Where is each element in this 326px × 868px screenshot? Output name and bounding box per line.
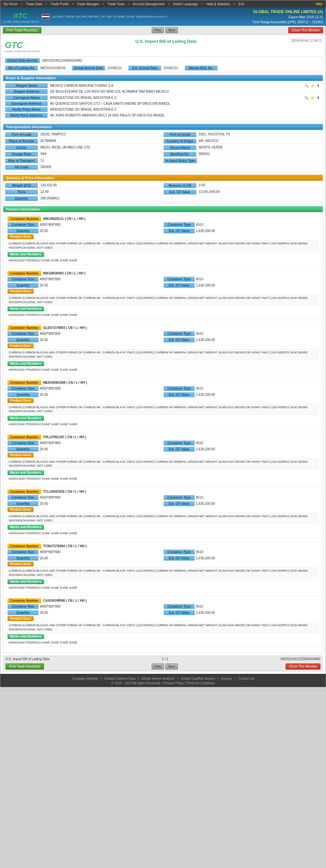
shipper-address-label: Shipper Address: [5, 89, 47, 94]
container-number-value-6: TCNU7278494 ( CN / L / HH ): [43, 544, 87, 548]
container-type-row-4: Container Type 4510: [164, 440, 319, 445]
product-desc-label-7: Product Desc: [7, 616, 34, 621]
marks-label-7: Marks and Numbers: [7, 634, 44, 639]
close-button-bottom[interactable]: Close This Window: [286, 663, 321, 670]
container-size-row-7: Container Size 4000*900*800: [7, 604, 162, 609]
consignee-up-icon[interactable]: ⬆: [316, 95, 321, 100]
container-number-row-0: Container Number INKU9529111 ( CN / L / …: [7, 216, 319, 221]
container-qty-label-7: Quantity: [7, 610, 38, 615]
search-icon[interactable]: 🔍: [304, 83, 309, 88]
consignee-star-icon[interactable]: ⭐: [310, 95, 315, 100]
footer-terms[interactable]: Terms & Conditions: [187, 681, 215, 685]
marks-label-5: Marks and Numbers: [7, 525, 44, 530]
prev-button-top[interactable]: Prev: [152, 27, 164, 33]
print-button-top[interactable]: Print Trade Record(s): [3, 27, 41, 33]
close-button-top[interactable]: Close This Window: [288, 27, 323, 33]
doc-date-value: 2019-04-04 11:34:21: [291, 39, 322, 42]
container-estcf-value-6: 1,630,200.00: [196, 556, 215, 560]
container-qty-row-2: Quantity 20.00: [7, 337, 162, 342]
carrier-value: MEDU: BICBL UB-MED LINE LTD.: [39, 145, 162, 150]
container-qty-label-4: Quantity: [7, 447, 38, 452]
container-type-row-2: Container Type 4510: [164, 331, 319, 336]
marks-text-7: 4400023449 ITEM00010 SAME SAME SAME SAME: [7, 640, 319, 645]
container-qty-value-3: 20.00: [40, 393, 48, 397]
shipper-icons: 🔍 ⭐ ⬆: [304, 83, 321, 88]
container-number-value-7: CAXU9249590 ( CN / L / HH ): [43, 599, 87, 602]
next-button-top[interactable]: Next: [165, 27, 178, 33]
next-button-bottom[interactable]: Next: [165, 663, 178, 670]
nav-exit[interactable]: Exit: [237, 2, 246, 6]
way-of-transport-label: Way of Transport: [5, 158, 38, 163]
way-of-transport-row: Way of Transport 11: [5, 158, 162, 163]
global-data-value: 6003201901220000624982: [42, 59, 82, 62]
nav-account[interactable]: Account Management: [131, 2, 166, 6]
container-type-row-0: Container Type 4510: [164, 222, 319, 227]
port-of-load-label: Port of Load: [5, 132, 38, 137]
marks-label-1: Marks and Numbers: [7, 306, 44, 311]
prev-button-bottom[interactable]: Prev: [152, 663, 164, 670]
transportation-section: Transportation Information Port of Load …: [3, 124, 323, 172]
container-number-row-6: Container Number TCNU7278494 ( CN / L / …: [7, 544, 319, 549]
marks-block-6: Marks and Numbers 4400023449 ITEM00010 S…: [7, 579, 319, 590]
footer-customs-data[interactable]: Global Customs Data: [104, 677, 135, 680]
container-estcf-label-4: Est. CF Value: [164, 447, 195, 452]
star-icon[interactable]: ⭐: [310, 83, 315, 88]
container-estcf-row-5: Est. CF Value 1,630,200.00: [164, 501, 319, 506]
nav-trade-data[interactable]: Trade Data: [24, 2, 44, 6]
footer-contact[interactable]: Contact Us: [238, 677, 254, 680]
footer-privacy[interactable]: Privacy Policy: [164, 681, 184, 685]
footer-enquiry[interactable]: Enquiry: [221, 677, 232, 680]
product-desc-label-6: Product Desc: [7, 562, 34, 566]
product-desc-label-3: Product Desc: [7, 398, 34, 403]
consignee-address-label: Consignee Address: [5, 101, 47, 106]
marks-label-2: Marks and Numbers: [7, 361, 44, 366]
container-number-label-7: Container Number: [7, 598, 41, 603]
product-desc-block-2: Product Desc CARBON (CARBON BLACKS AND O…: [7, 343, 319, 360]
nav-trade-manager[interactable]: Trade Manager: [75, 2, 101, 6]
master-bol-label: Master BOL No.: [185, 66, 218, 70]
manifest-no-value: 000001: [198, 151, 321, 157]
container-4: Container Number TRLU7051347 ( CN / L / …: [5, 432, 321, 484]
voyage-num-value: 94N: [39, 151, 162, 157]
nav-home[interactable]: My Home: [2, 2, 20, 6]
up-icon[interactable]: ⬆: [316, 83, 321, 88]
marks-label-4: Marks and Numbers: [7, 470, 44, 475]
container-type-row-7: Container Type 4510: [164, 604, 319, 609]
doc-logo: GTC GLOBAL TRADE ONLINE LIMITED: [4, 39, 40, 53]
container-type-label-2: Container Type: [164, 331, 195, 336]
notify-party-label: Notify Party Name: [5, 107, 47, 112]
marks-label-3: Marks and Numbers: [7, 416, 44, 421]
container-type-value-5: 4510: [196, 496, 203, 499]
container-qty-row-6: Quantity 20.00: [7, 556, 162, 561]
product-desc-block-0: Product Desc CARBON (CARBON BLACKS AND O…: [7, 234, 319, 251]
country-of-origin-row: Country of Origin MX, MEXICO: [164, 138, 321, 144]
print-button-bottom[interactable]: Print Trade Record(s): [5, 663, 44, 670]
place-of-receipt-row: Place of Receipt ALTAMIRA: [5, 138, 162, 144]
footer-market-analysis[interactable]: Global Market Analysis: [141, 677, 175, 680]
container-size-value-0: 4000*900*800: [40, 223, 60, 226]
container-number-label-1: Container Number: [7, 271, 41, 276]
container-details-0: Container Size 4000*900*800 Container Ty…: [7, 222, 319, 233]
nav-help[interactable]: Help & Statistics: [204, 2, 232, 6]
container-type-value-1: 4510: [196, 277, 203, 281]
footer-qualified-buyers[interactable]: Global Qualified Buyers: [181, 677, 215, 680]
container-qty-row-4: Quantity 20.00: [7, 447, 162, 452]
quantity-row: Quantity 160.00(BAG): [5, 196, 321, 201]
nav-trade-portal[interactable]: Trade Portal: [48, 2, 70, 6]
product-desc-block-5: Product Desc CARBON (CARBON BLACKS AND O…: [7, 507, 319, 524]
footer-company-website[interactable]: Company Website: [72, 677, 98, 680]
marks-text-4: 4400023449 ITEM00010 SAME SAME SAME SAME: [7, 476, 319, 481]
port-of-unlad-row: Port of Unlad 5301, HOUSTON, TX: [164, 132, 321, 137]
container-estcf-value-2: 1,630,200.00: [196, 338, 215, 342]
product-desc-block-6: Product Desc CARBON (CARBON BLACKS AND O…: [7, 562, 319, 578]
notify-party-address-value: AV JORN ROBERTO MARINHO 85/CJ 18 SAO PAU…: [49, 113, 321, 118]
transportation-title: Transportation Information: [3, 124, 323, 130]
container-number-value-2: GLDU7274093 ( CN / L / HH ): [43, 326, 87, 330]
est-cf-value: 13,041,600.00: [198, 189, 321, 194]
nav-trade-tools[interactable]: Trade Tools: [106, 2, 127, 6]
product-desc-block-4: Product Desc CARBON (CARBON BLACKS AND O…: [7, 453, 319, 469]
consignee-search-icon[interactable]: 🔍: [304, 95, 309, 100]
marks-block-7: Marks and Numbers 4400023449 ITEM00010 S…: [7, 634, 319, 645]
nav-language[interactable]: Switch Language: [171, 2, 200, 6]
est-cf-label: Est. CF Value: [164, 190, 196, 194]
